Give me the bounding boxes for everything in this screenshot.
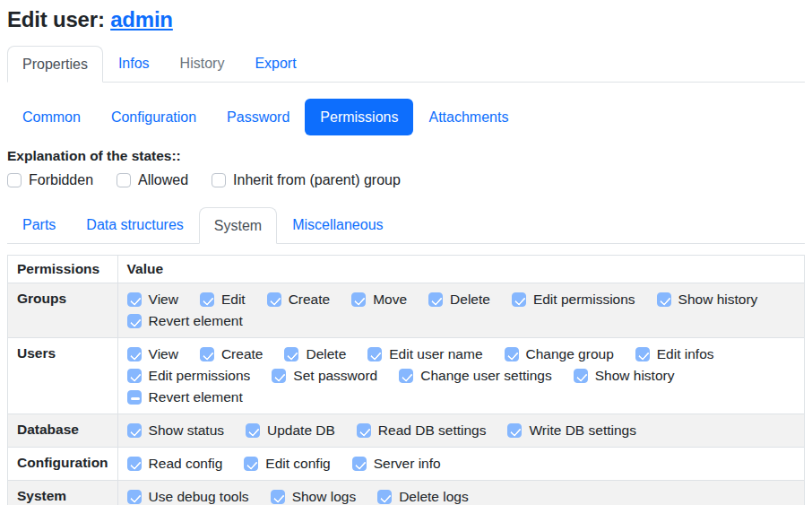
checkbox-show-history[interactable]	[657, 292, 671, 307]
table-row-database: DatabaseShow statusUpdate DBRead DB sett…	[8, 414, 805, 448]
checkbox-label: View	[149, 290, 178, 309]
checkbox-inherit-from-parent-group[interactable]	[212, 173, 226, 187]
checkbox-revert-element[interactable]	[127, 314, 142, 328]
checkbox-label: Revert element	[149, 311, 243, 331]
checkbox-label: Show history	[595, 366, 675, 386]
checkbox-label: Edit permissions	[149, 366, 251, 386]
users-option-edit-permissions: Edit permissions	[127, 366, 251, 386]
checkbox-label: Inherit from (parent) group	[233, 170, 401, 190]
checkbox-label: Delete	[306, 344, 346, 364]
row-value-database: Show statusUpdate DBRead DB settingsWrit…	[117, 414, 804, 448]
checkbox-label: Read DB settings	[378, 421, 487, 440]
page: Edit user: admin PropertiesInfosHistoryE…	[7, 7, 805, 505]
checkbox-edit-user-name[interactable]	[367, 347, 382, 361]
row-name-groups: Groups	[8, 283, 118, 338]
row-value-configuration: Read configEdit configServer info	[117, 448, 804, 481]
checkbox-label: View	[149, 344, 178, 364]
checkbox-move[interactable]	[351, 292, 366, 307]
database-option-show-status: Show status	[127, 421, 224, 440]
row-value-groups: ViewEditCreateMoveDeleteEdit permissions…	[117, 283, 804, 338]
checkbox-label: Edit	[221, 290, 246, 309]
sub-tab-password[interactable]: Password	[212, 99, 305, 135]
checkbox-view[interactable]	[127, 347, 142, 361]
permission-items: Show statusUpdate DBRead DB settingsWrit…	[127, 419, 795, 442]
perm-tab-parts[interactable]: Parts	[7, 206, 71, 243]
row-name-system: System	[8, 481, 118, 505]
checkbox-view[interactable]	[127, 292, 142, 307]
checkbox-change-user-settings[interactable]	[399, 369, 413, 383]
checkbox-delete-logs[interactable]	[377, 490, 392, 504]
perm-tab-miscellaneous[interactable]: Miscellaneous	[277, 206, 398, 243]
users-option-edit-infos: Edit infos	[635, 344, 714, 364]
checkbox-label: Create	[289, 290, 331, 309]
checkbox-create[interactable]	[267, 292, 281, 307]
database-option-update-db: Update DB	[246, 421, 335, 440]
checkbox-edit-permissions[interactable]	[127, 369, 142, 383]
checkbox-create[interactable]	[200, 347, 214, 361]
checkbox-label: Allowed	[138, 170, 188, 190]
checkbox-delete[interactable]	[284, 347, 298, 361]
permission-items: Use debug toolsShow logsDelete logs	[127, 485, 795, 505]
main-tabs: PropertiesInfosHistoryExport	[7, 45, 805, 83]
checkbox-change-group[interactable]	[505, 347, 519, 361]
checkbox-set-password[interactable]	[272, 369, 286, 383]
checkbox-use-debug-tools[interactable]	[127, 490, 142, 504]
checkbox-read-db-settings[interactable]	[357, 423, 371, 438]
main-tab-infos[interactable]: Infos	[103, 45, 165, 82]
checkbox-show-logs[interactable]	[271, 490, 285, 504]
page-title-prefix: Edit user:	[7, 7, 110, 31]
checkbox-label: Show status	[149, 421, 224, 440]
sub-tab-common[interactable]: Common	[7, 99, 96, 135]
checkbox-show-status[interactable]	[127, 423, 142, 438]
checkbox-delete[interactable]	[428, 292, 443, 307]
users-option-change-user-settings: Change user settings	[399, 366, 551, 386]
checkbox-edit-permissions[interactable]	[512, 292, 526, 307]
checkbox-server-info[interactable]	[352, 457, 367, 471]
row-name-users: Users	[8, 338, 118, 414]
system-option-show-logs: Show logs	[271, 487, 357, 505]
permission-items: ViewCreateDeleteEdit user nameChange gro…	[127, 343, 795, 409]
users-option-create: Create	[200, 344, 263, 364]
permission-items: ViewEditCreateMoveDeleteEdit permissions…	[127, 288, 795, 333]
checkbox-label: Read config	[149, 454, 223, 474]
checkbox-edit[interactable]	[200, 292, 214, 307]
checkbox-write-db-settings[interactable]	[507, 423, 522, 438]
row-name-database: Database	[8, 414, 118, 448]
users-option-change-group: Change group	[505, 344, 614, 364]
checkbox-label: Edit permissions	[533, 290, 635, 309]
checkbox-edit-config[interactable]	[244, 457, 258, 471]
checkbox-show-history[interactable]	[574, 369, 588, 383]
checkbox-forbidden[interactable]	[7, 173, 22, 187]
checkbox-label: Update DB	[267, 421, 335, 440]
groups-option-show-history: Show history	[657, 290, 758, 309]
user-link[interactable]: admin	[110, 7, 173, 31]
checkbox-label: Create	[221, 344, 263, 364]
groups-option-revert-element: Revert element	[127, 311, 243, 331]
perm-tab-system[interactable]: System	[199, 207, 277, 244]
main-tab-export[interactable]: Export	[239, 45, 311, 82]
table-row-system: SystemUse debug toolsShow logsDelete log…	[8, 481, 805, 505]
sub-tab-configuration[interactable]: Configuration	[96, 99, 212, 135]
main-tab-properties[interactable]: Properties	[7, 46, 103, 83]
checkbox-edit-infos[interactable]	[635, 347, 650, 361]
groups-option-create: Create	[267, 290, 331, 309]
configuration-option-server-info: Server info	[352, 454, 441, 474]
checkbox-read-config[interactable]	[127, 457, 142, 471]
users-option-revert-element: Revert element	[127, 387, 243, 407]
checkbox-revert-element[interactable]	[127, 390, 142, 405]
state-option-inherit-from-parent-group: Inherit from (parent) group	[212, 170, 401, 190]
groups-option-move: Move	[351, 290, 407, 309]
column-header-permissions: Permissions	[8, 256, 118, 283]
perm-tab-data-structures[interactable]: Data structures	[71, 206, 198, 243]
sub-tab-attachments[interactable]: Attachments	[413, 99, 523, 135]
sub-tab-permissions[interactable]: Permissions	[305, 99, 413, 135]
row-value-users: ViewCreateDeleteEdit user nameChange gro…	[117, 338, 804, 414]
checkbox-update-db[interactable]	[246, 423, 260, 438]
table-row-users: UsersViewCreateDeleteEdit user nameChang…	[8, 338, 805, 414]
checkbox-label: Use debug tools	[149, 487, 249, 505]
checkbox-label: Edit user name	[389, 344, 482, 364]
checkbox-label: Revert element	[149, 387, 243, 407]
permissions-table-head: Permissions Value	[8, 256, 805, 283]
state-option-allowed: Allowed	[117, 170, 188, 190]
checkbox-allowed[interactable]	[117, 173, 131, 187]
